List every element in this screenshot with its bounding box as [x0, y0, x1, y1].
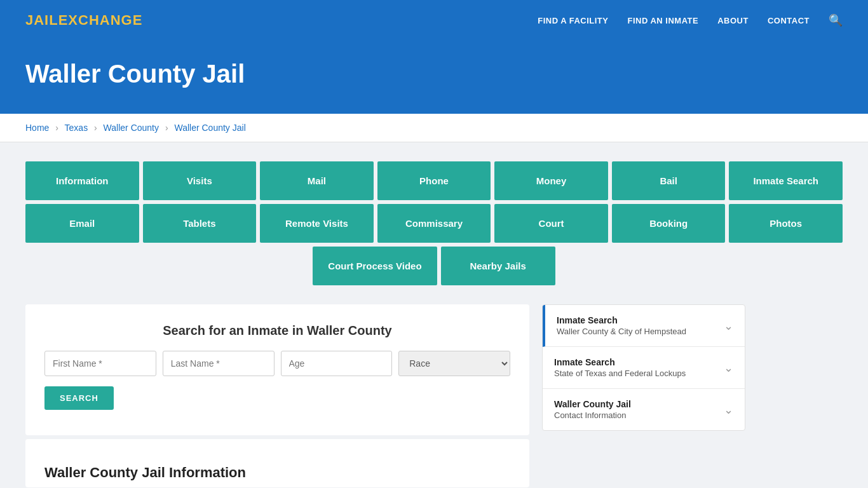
sidebar-item-left-1: Inmate Search Waller County & City of He… [557, 315, 686, 336]
tile-email[interactable]: Email [25, 204, 139, 243]
sidebar-item-contact-info[interactable]: Waller County Jail Contact Information ⌄ [543, 389, 745, 430]
tile-money[interactable]: Money [494, 161, 608, 200]
inmate-search-box: Search for an Inmate in Waller County Ra… [25, 304, 529, 435]
breadcrumb-sep-3: › [165, 123, 168, 133]
sidebar-card: Inmate Search Waller County & City of He… [542, 304, 745, 431]
search-section: Search for an Inmate in Waller County Ra… [25, 304, 529, 487]
breadcrumb-waller-county-jail[interactable]: Waller County Jail [174, 123, 245, 133]
tile-phone[interactable]: Phone [377, 161, 491, 200]
tile-tablets[interactable]: Tablets [143, 204, 257, 243]
breadcrumb-sep-1: › [55, 123, 58, 133]
sidebar-item-subtitle-2: State of Texas and Federal Lockups [554, 369, 686, 378]
tile-court-process-video[interactable]: Court Process Video [313, 247, 437, 285]
tile-mail[interactable]: Mail [260, 161, 374, 200]
tile-booking[interactable]: Booking [612, 204, 726, 243]
nav-contact[interactable]: CONTACT [768, 16, 810, 25]
tile-commissary[interactable]: Commissary [377, 204, 491, 243]
tile-row-3: Court Process Video Nearby Jails [25, 247, 843, 285]
last-name-input[interactable] [163, 351, 275, 376]
chevron-down-icon-3: ⌄ [724, 403, 733, 417]
chevron-down-icon-2: ⌄ [724, 361, 733, 375]
page-title: Waller County Jail [25, 60, 843, 88]
search-fields: Race All White Black Hispanic Asian Othe… [44, 351, 510, 376]
sidebar-item-title-3: Waller County Jail [554, 399, 631, 409]
breadcrumb-waller-county[interactable]: Waller County [104, 123, 159, 133]
search-icon[interactable]: 🔍 [829, 13, 843, 27]
race-select[interactable]: Race All White Black Hispanic Asian Othe… [398, 351, 510, 376]
search-button[interactable]: SEARCH [44, 386, 114, 410]
content-area: Information Visits Mail Phone Money Bail… [0, 142, 868, 488]
tile-information[interactable]: Information [25, 161, 139, 200]
sidebar-item-left-2: Inmate Search State of Texas and Federal… [554, 357, 686, 378]
main-layout: Search for an Inmate in Waller County Ra… [25, 304, 843, 487]
breadcrumb-sep-2: › [94, 123, 97, 133]
breadcrumb-home[interactable]: Home [25, 123, 49, 133]
section-heading: Waller County Jail Information [44, 452, 510, 481]
age-input[interactable] [281, 351, 393, 376]
tile-court[interactable]: Court [494, 204, 608, 243]
chevron-down-icon-1: ⌄ [724, 319, 733, 333]
tile-inmate-search[interactable]: Inmate Search [729, 161, 843, 200]
nav-find-facility[interactable]: FIND A FACILITY [538, 16, 608, 25]
sidebar-item-left-3: Waller County Jail Contact Information [554, 399, 631, 420]
tile-remote-visits[interactable]: Remote Visits [260, 204, 374, 243]
sidebar-item-title-2: Inmate Search [554, 357, 686, 367]
tile-bail[interactable]: Bail [612, 161, 726, 200]
tile-photos[interactable]: Photos [729, 204, 843, 243]
breadcrumb: Home › Texas › Waller County › Waller Co… [0, 114, 868, 142]
site-logo[interactable]: JAILEXCHANGE [25, 12, 142, 29]
tile-visits[interactable]: Visits [143, 161, 257, 200]
sidebar-item-subtitle-1: Waller County & City of Hempstead [557, 327, 686, 336]
sidebar-item-subtitle-3: Contact Information [554, 410, 631, 420]
search-title: Search for an Inmate in Waller County [44, 323, 510, 338]
logo-jail: JAIL [25, 12, 58, 28]
tile-row-2: Email Tablets Remote Visits Commissary C… [25, 204, 843, 243]
nav-links: FIND A FACILITY FIND AN INMATE ABOUT CON… [538, 13, 843, 27]
nav-find-inmate[interactable]: FIND AN INMATE [627, 16, 698, 25]
tile-row-1: Information Visits Mail Phone Money Bail… [25, 161, 843, 200]
navbar: JAILEXCHANGE FIND A FACILITY FIND AN INM… [0, 0, 868, 41]
logo-exchange: EXCHANGE [58, 12, 143, 28]
breadcrumb-texas[interactable]: Texas [65, 123, 88, 133]
sidebar-item-title-1: Inmate Search [557, 315, 686, 325]
tile-nearby-jails[interactable]: Nearby Jails [441, 247, 555, 285]
first-name-input[interactable] [44, 351, 156, 376]
nav-about[interactable]: ABOUT [717, 16, 749, 25]
sidebar: Inmate Search Waller County & City of He… [542, 304, 745, 431]
hero-section: Waller County Jail [0, 41, 868, 114]
sidebar-item-waller-inmate-search[interactable]: Inmate Search Waller County & City of He… [543, 305, 745, 347]
sidebar-item-texas-inmate-search[interactable]: Inmate Search State of Texas and Federal… [543, 347, 745, 389]
